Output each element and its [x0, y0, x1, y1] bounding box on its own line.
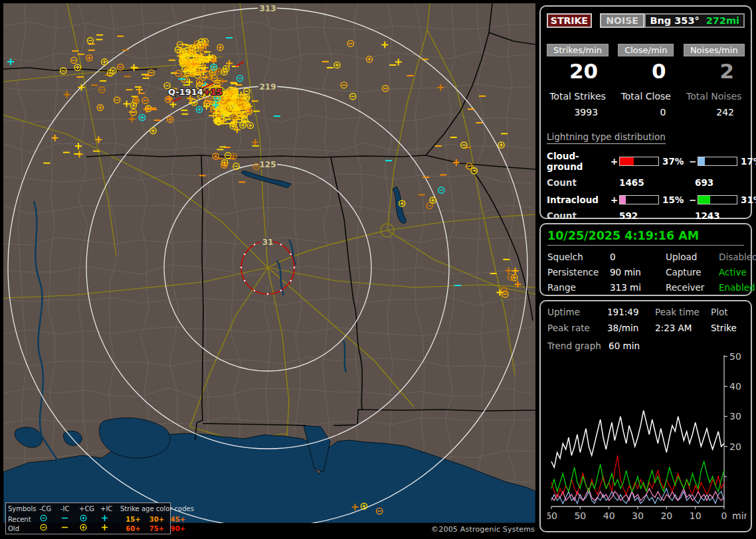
cg-minus-pct: 17% [737, 156, 756, 167]
minus-sign: − [689, 194, 698, 205]
total-noises-value: 242 [684, 107, 745, 117]
trend-graph-row: Trend graph 60 min [547, 341, 744, 351]
strikes-per-min-chip: Strikes/min [547, 44, 609, 56]
upload-state: Disabled [719, 252, 756, 262]
plus-sign: + [611, 156, 619, 167]
bearing-value: Bng 353° [650, 15, 699, 26]
count-label: Count [547, 177, 619, 188]
cloud-ground-row: Cloud-ground + 37% − 17% [547, 151, 745, 172]
svg-text:min: min [732, 510, 747, 521]
ic-plus-bar [619, 195, 659, 204]
svg-text:60: 60 [547, 510, 557, 521]
circle-minus-icon [39, 523, 60, 534]
svg-text:20: 20 [729, 441, 741, 452]
copyright-text: ©2005 Astrogenic Systems [399, 525, 535, 534]
age-code-75: 75+ [146, 524, 167, 534]
svg-text:313: 313 [259, 4, 276, 13]
strike-stats-panel: STRIKE NOISE Bng 353° 272mi Strikes/min … [539, 5, 752, 219]
receiver-state: Enabled [719, 282, 756, 293]
svg-text:20: 20 [660, 510, 672, 521]
age-code-90: 90+ [167, 524, 189, 534]
receiver-label: Receiver [666, 282, 719, 293]
status-panel: 10/25/2025 4:19:16 AM Squelch 0 Upload D… [539, 223, 752, 296]
cg-plus-pct: 37% [659, 156, 689, 167]
total-strikes-label: Total Strikes [547, 91, 609, 102]
map-canvas: 31321912531Q-1914+15 [3, 3, 535, 523]
plus-sign: + [611, 194, 619, 205]
squelch-label: Squelch [547, 252, 610, 262]
uptime-label: Uptime [547, 307, 607, 317]
age-code-15: 15+ [120, 515, 146, 524]
cg-plus-bar [619, 157, 659, 166]
svg-text:Q-1914+15: Q-1914+15 [168, 87, 223, 97]
svg-text:31: 31 [262, 238, 274, 247]
legend-recent-row: Recent 15+ 30+ 45+ [8, 514, 168, 523]
total-strikes-value: 3993 [547, 107, 609, 117]
map-legend: Symbols -CG -IC +CG +IC Strike age color… [5, 502, 171, 534]
age-code-45: 45+ [167, 515, 189, 524]
app-window: 31321912531Q-1914+15 Symbols -CG -IC +CG… [0, 0, 756, 539]
bearing-display: Bng 353° 272mi [644, 13, 745, 28]
svg-text:40: 40 [603, 510, 615, 521]
total-close-label: Total Close [615, 91, 676, 102]
datetime-display: 10/25/2025 4:19:16 AM [547, 229, 744, 242]
cloud-ground-count-row: Count 1465 693 [547, 177, 745, 188]
svg-text:10: 10 [690, 510, 702, 521]
svg-text:30: 30 [729, 411, 741, 422]
intracloud-label: Intracloud [547, 194, 611, 205]
lightning-map[interactable]: 31321912531Q-1914+15 [3, 3, 535, 523]
stats-grid: Uptime 191:49 Peak time Plot Peak rate 3… [547, 307, 744, 333]
intracloud-row: Intracloud + 15% − 31% [547, 194, 745, 205]
svg-text:0: 0 [721, 510, 727, 521]
legend-old-row: Old 60+ 75+ 90+ [8, 523, 168, 532]
svg-text:125: 125 [259, 160, 276, 169]
legend-symbols-header: Symbols [8, 504, 39, 514]
cg-minus-bar [698, 157, 737, 166]
svg-text:219: 219 [259, 82, 276, 92]
plot-label: Plot [711, 307, 744, 317]
strike-mode-button[interactable]: STRIKE [547, 13, 592, 28]
capture-state: Active [719, 267, 756, 277]
persistence-value: 90 min [610, 267, 666, 277]
minus-icon [60, 523, 79, 534]
total-close-value: 0 [615, 107, 676, 117]
age-code-30: 30+ [146, 515, 167, 524]
noises-per-min-value: 2 [684, 59, 745, 83]
trend-panel: Uptime 191:49 Peak time Plot Peak rate 3… [539, 300, 752, 532]
svg-text:40: 40 [729, 381, 741, 392]
circle-plus-icon [79, 523, 100, 534]
close-per-min-value: 0 [615, 59, 676, 83]
noise-mode-button[interactable]: NOISE [600, 13, 645, 28]
mode-button-row: STRIKE NOISE Bng 353° 272mi [547, 13, 745, 28]
settings-grid: Squelch 0 Upload Disabled Persistence 90… [547, 252, 744, 293]
rate-grid: Strikes/min Close/min Noises/min 20 0 2 … [547, 44, 745, 117]
legend-col-pic: +IC [100, 504, 120, 514]
close-per-min-chip: Close/min [618, 44, 674, 56]
intracloud-count-row: Count 592 1243 [547, 210, 745, 221]
cg-minus-count: 693 [695, 177, 745, 188]
peak-rate-label: Peak rate [547, 323, 607, 333]
svg-text:50: 50 [729, 352, 741, 362]
svg-text:30: 30 [632, 510, 644, 521]
trend-window-value: 60 min [609, 341, 640, 351]
peak-time-label: Peak time [655, 307, 711, 317]
legend-col-ncg: -CG [39, 504, 60, 514]
upload-label: Upload [666, 252, 719, 262]
persistence-label: Persistence [547, 267, 610, 277]
uptime-value: 191:49 [607, 307, 655, 317]
legend-age-header: Strike age color codes [120, 504, 189, 514]
range-value: 313 mi [610, 282, 666, 293]
strikes-per-min-value: 20 [547, 59, 609, 83]
legend-col-pcg: +CG [79, 504, 100, 514]
noises-per-min-chip: Noises/min [684, 44, 745, 56]
count-label: Count [547, 210, 619, 221]
svg-text:50: 50 [574, 510, 586, 521]
plot-mode-value: Strike [711, 323, 744, 333]
ic-plus-count: 592 [619, 210, 695, 221]
age-code-60: 60+ [120, 524, 146, 534]
legend-recent-label: Recent [8, 515, 39, 524]
minus-sign: − [689, 156, 698, 167]
legend-col-nic: -IC [60, 504, 79, 514]
ic-plus-pct: 15% [659, 194, 689, 205]
peak-time-value: 2:23 AM [655, 323, 711, 333]
